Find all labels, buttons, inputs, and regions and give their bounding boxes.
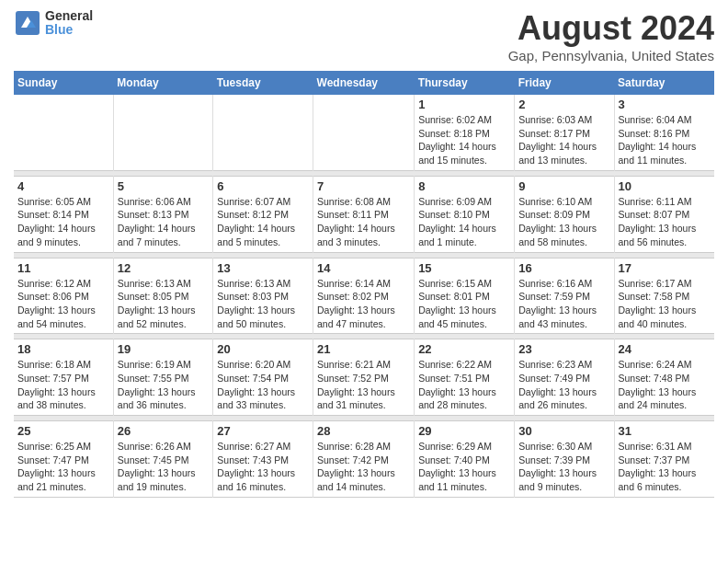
day-number: 25 — [17, 424, 109, 438]
weekday-header: Sunday — [14, 71, 113, 95]
calendar-cell: 8Sunrise: 6:09 AMSunset: 8:10 PMDaylight… — [415, 176, 515, 252]
day-detail: Sunrise: 6:05 AMSunset: 8:14 PMDaylight:… — [17, 195, 109, 249]
weekday-header: Wednesday — [313, 71, 415, 95]
calendar-cell — [313, 95, 415, 170]
calendar-cell: 29Sunrise: 6:29 AMSunset: 7:40 PMDayligh… — [415, 421, 515, 498]
calendar-cell: 16Sunrise: 6:16 AMSunset: 7:59 PMDayligh… — [515, 258, 614, 334]
day-detail: Sunrise: 6:07 AMSunset: 8:12 PMDaylight:… — [217, 195, 309, 249]
day-number: 27 — [217, 424, 309, 438]
day-detail: Sunrise: 6:09 AMSunset: 8:10 PMDaylight:… — [418, 195, 510, 249]
day-detail: Sunrise: 6:30 AMSunset: 7:39 PMDaylight:… — [518, 440, 609, 494]
day-detail: Sunrise: 6:13 AMSunset: 8:05 PMDaylight:… — [118, 277, 210, 331]
day-number: 1 — [418, 98, 510, 111]
day-number: 14 — [317, 261, 410, 275]
calendar-cell: 6Sunrise: 6:07 AMSunset: 8:12 PMDaylight… — [213, 176, 313, 252]
day-detail: Sunrise: 6:08 AMSunset: 8:11 PMDaylight:… — [317, 195, 410, 249]
day-detail: Sunrise: 6:15 AMSunset: 8:01 PMDaylight:… — [418, 277, 510, 331]
main-title: August 2024 — [508, 9, 714, 48]
day-number: 29 — [418, 424, 510, 438]
calendar-row: 18Sunrise: 6:18 AMSunset: 7:57 PMDayligh… — [14, 339, 714, 416]
day-number: 17 — [619, 261, 711, 275]
calendar-cell: 10Sunrise: 6:11 AMSunset: 8:07 PMDayligh… — [614, 176, 714, 252]
calendar-cell — [14, 95, 113, 170]
header-row: SundayMondayTuesdayWednesdayThursdayFrid… — [14, 71, 714, 95]
calendar-cell: 27Sunrise: 6:27 AMSunset: 7:43 PMDayligh… — [213, 421, 313, 498]
day-number: 2 — [518, 98, 609, 111]
day-detail: Sunrise: 6:17 AMSunset: 7:58 PMDaylight:… — [619, 277, 711, 331]
day-number: 15 — [418, 261, 510, 275]
day-number: 31 — [619, 424, 711, 438]
calendar-row: 1Sunrise: 6:02 AMSunset: 8:18 PMDaylight… — [14, 95, 714, 170]
calendar-cell: 11Sunrise: 6:12 AMSunset: 8:06 PMDayligh… — [14, 258, 113, 334]
day-number: 12 — [118, 261, 210, 275]
day-number: 21 — [317, 342, 410, 356]
calendar-cell: 14Sunrise: 6:14 AMSunset: 8:02 PMDayligh… — [313, 258, 415, 334]
calendar-cell: 7Sunrise: 6:08 AMSunset: 8:11 PMDaylight… — [313, 176, 415, 252]
day-detail: Sunrise: 6:16 AMSunset: 7:59 PMDaylight:… — [518, 277, 609, 331]
day-number: 20 — [217, 342, 309, 356]
weekday-header: Saturday — [614, 71, 714, 95]
day-detail: Sunrise: 6:20 AMSunset: 7:54 PMDaylight:… — [217, 358, 309, 412]
calendar-cell: 17Sunrise: 6:17 AMSunset: 7:58 PMDayligh… — [614, 258, 714, 334]
day-number: 9 — [518, 179, 609, 193]
calendar-cell — [113, 95, 213, 170]
day-detail: Sunrise: 6:23 AMSunset: 7:49 PMDaylight:… — [518, 358, 609, 412]
day-number: 7 — [317, 179, 410, 193]
calendar-cell: 1Sunrise: 6:02 AMSunset: 8:18 PMDaylight… — [415, 95, 515, 170]
day-number: 13 — [217, 261, 309, 275]
day-detail: Sunrise: 6:03 AMSunset: 8:17 PMDaylight:… — [518, 113, 609, 167]
day-detail: Sunrise: 6:11 AMSunset: 8:07 PMDaylight:… — [619, 195, 711, 249]
day-detail: Sunrise: 6:31 AMSunset: 7:37 PMDaylight:… — [619, 440, 711, 494]
calendar-cell: 9Sunrise: 6:10 AMSunset: 8:09 PMDaylight… — [515, 176, 614, 252]
calendar-table: SundayMondayTuesdayWednesdayThursdayFrid… — [14, 71, 714, 498]
calendar-cell: 5Sunrise: 6:06 AMSunset: 8:13 PMDaylight… — [113, 176, 213, 252]
calendar-cell: 20Sunrise: 6:20 AMSunset: 7:54 PMDayligh… — [213, 339, 313, 416]
day-number: 24 — [619, 342, 711, 356]
day-number: 8 — [418, 179, 510, 193]
logo-general: General — [45, 9, 93, 23]
weekday-header: Tuesday — [213, 71, 313, 95]
calendar-row: 4Sunrise: 6:05 AMSunset: 8:14 PMDaylight… — [14, 176, 714, 252]
day-number: 3 — [619, 98, 711, 111]
day-number: 30 — [518, 424, 609, 438]
day-number: 11 — [17, 261, 109, 275]
day-number: 28 — [317, 424, 410, 438]
calendar-cell: 12Sunrise: 6:13 AMSunset: 8:05 PMDayligh… — [113, 258, 213, 334]
calendar-cell: 25Sunrise: 6:25 AMSunset: 7:47 PMDayligh… — [14, 421, 113, 498]
day-number: 16 — [518, 261, 609, 275]
calendar-cell: 13Sunrise: 6:13 AMSunset: 8:03 PMDayligh… — [213, 258, 313, 334]
calendar-cell: 19Sunrise: 6:19 AMSunset: 7:55 PMDayligh… — [113, 339, 213, 416]
day-detail: Sunrise: 6:26 AMSunset: 7:45 PMDaylight:… — [118, 440, 210, 494]
day-detail: Sunrise: 6:04 AMSunset: 8:16 PMDaylight:… — [619, 113, 711, 167]
calendar-cell — [213, 95, 313, 170]
day-detail: Sunrise: 6:10 AMSunset: 8:09 PMDaylight:… — [518, 195, 609, 249]
day-detail: Sunrise: 6:19 AMSunset: 7:55 PMDaylight:… — [118, 358, 210, 412]
day-number: 6 — [217, 179, 309, 193]
calendar-row: 11Sunrise: 6:12 AMSunset: 8:06 PMDayligh… — [14, 258, 714, 334]
calendar-cell: 18Sunrise: 6:18 AMSunset: 7:57 PMDayligh… — [14, 339, 113, 416]
calendar-cell: 21Sunrise: 6:21 AMSunset: 7:52 PMDayligh… — [313, 339, 415, 416]
calendar-cell: 15Sunrise: 6:15 AMSunset: 8:01 PMDayligh… — [415, 258, 515, 334]
day-detail: Sunrise: 6:21 AMSunset: 7:52 PMDaylight:… — [317, 358, 410, 412]
day-number: 18 — [17, 342, 109, 356]
day-number: 4 — [17, 179, 109, 193]
weekday-header: Friday — [515, 71, 614, 95]
day-number: 5 — [118, 179, 210, 193]
calendar-cell: 22Sunrise: 6:22 AMSunset: 7:51 PMDayligh… — [415, 339, 515, 416]
calendar-cell: 2Sunrise: 6:03 AMSunset: 8:17 PMDaylight… — [515, 95, 614, 170]
logo-icon — [14, 9, 41, 37]
title-block: August 2024 Gap, Pennsylvania, United St… — [508, 9, 714, 63]
logo-blue: Blue — [45, 23, 93, 37]
day-number: 23 — [518, 342, 609, 356]
calendar-cell: 4Sunrise: 6:05 AMSunset: 8:14 PMDaylight… — [14, 176, 113, 252]
logo-text: General Blue — [45, 9, 93, 38]
day-number: 22 — [418, 342, 510, 356]
day-number: 26 — [118, 424, 210, 438]
calendar-cell: 23Sunrise: 6:23 AMSunset: 7:49 PMDayligh… — [515, 339, 614, 416]
day-detail: Sunrise: 6:25 AMSunset: 7:47 PMDaylight:… — [17, 440, 109, 494]
weekday-header: Thursday — [415, 71, 515, 95]
day-detail: Sunrise: 6:29 AMSunset: 7:40 PMDaylight:… — [418, 440, 510, 494]
day-detail: Sunrise: 6:14 AMSunset: 8:02 PMDaylight:… — [317, 277, 410, 331]
day-detail: Sunrise: 6:28 AMSunset: 7:42 PMDaylight:… — [317, 440, 410, 494]
day-detail: Sunrise: 6:18 AMSunset: 7:57 PMDaylight:… — [17, 358, 109, 412]
